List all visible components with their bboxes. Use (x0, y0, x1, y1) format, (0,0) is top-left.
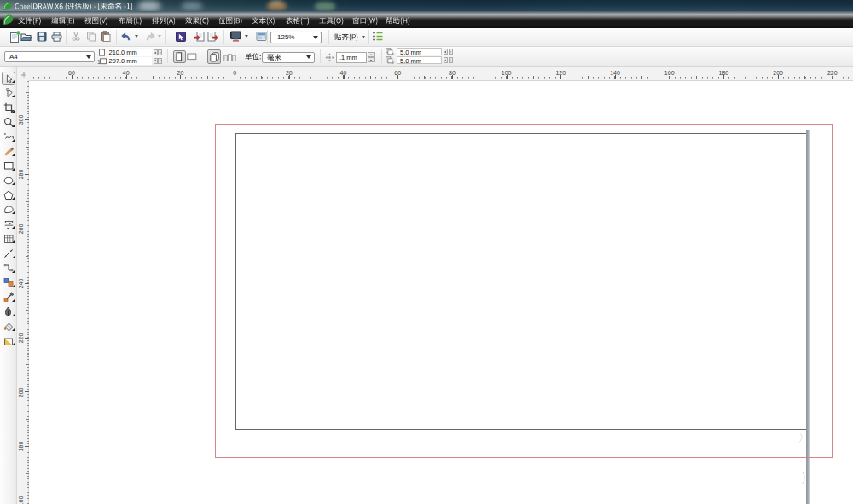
svg-text:x: x (392, 50, 394, 55)
svg-text:y: y (392, 59, 394, 63)
